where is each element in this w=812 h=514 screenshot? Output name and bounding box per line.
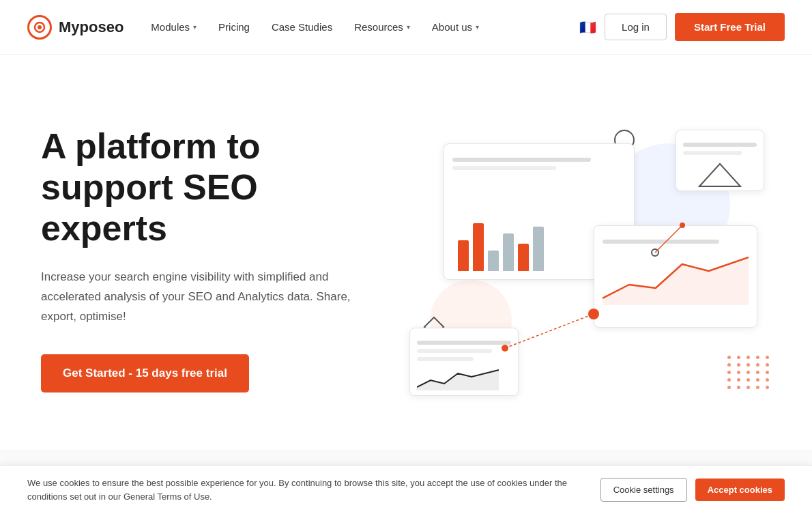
svg-point-1 <box>38 25 42 29</box>
bar-3 <box>488 251 499 271</box>
hero-subtitle: Increase your search engine visibility w… <box>41 268 368 327</box>
cookie-text: We use cookies to ensure the best possib… <box>27 476 573 503</box>
chevron-down-icon: ▾ <box>476 23 479 31</box>
nav-about[interactable]: About us ▾ <box>432 21 479 33</box>
svg-marker-2 <box>699 164 740 186</box>
start-trial-button[interactable]: Start Free Trial <box>675 13 785 41</box>
bar-5 <box>518 244 529 271</box>
small-card-2 <box>676 130 764 191</box>
nav-case-studies[interactable]: Case Studies <box>272 21 332 33</box>
cookie-banner: We use cookies to ensure the best possib… <box>0 465 812 514</box>
chevron-down-icon: ▾ <box>407 23 410 31</box>
nav-links: Modules ▾ Pricing Case Studies Resources… <box>151 21 479 33</box>
cookie-accept-button[interactable]: Accept cookies <box>695 479 785 501</box>
hero-illustration <box>389 116 771 403</box>
login-button[interactable]: Log in <box>605 14 667 40</box>
logo[interactable]: Myposeo <box>27 15 124 40</box>
bar-2 <box>473 223 484 271</box>
bar-4 <box>503 233 514 271</box>
bar-1 <box>458 240 469 271</box>
cookie-buttons: Cookie settings Accept cookies <box>600 478 785 502</box>
dots-grid-decoration <box>727 356 771 389</box>
chevron-down-icon: ▾ <box>193 23 197 31</box>
navbar-left: Myposeo Modules ▾ Pricing Case Studies R… <box>27 15 479 40</box>
hero-content: A platform to support SEO experts Increa… <box>41 126 389 392</box>
logo-icon <box>27 15 52 40</box>
cookie-settings-button[interactable]: Cookie settings <box>600 478 687 502</box>
nav-modules[interactable]: Modules ▾ <box>151 21 197 33</box>
hero-section: A platform to support SEO experts Increa… <box>0 55 812 451</box>
illustration-container <box>389 116 771 403</box>
small-card-1 <box>409 328 519 396</box>
hero-cta-button[interactable]: Get Started - 15 days free trial <box>41 354 249 392</box>
logo-text: Myposeo <box>59 18 124 36</box>
nav-pricing[interactable]: Pricing <box>218 21 250 33</box>
nav-resources[interactable]: Resources ▾ <box>354 21 410 33</box>
bar-6 <box>533 227 544 271</box>
navbar: Myposeo Modules ▾ Pricing Case Studies R… <box>0 0 812 55</box>
hero-title: A platform to support SEO experts <box>41 126 389 248</box>
language-flag-icon[interactable]: 🇫🇷 <box>579 19 596 35</box>
navbar-right: 🇫🇷 Log in Start Free Trial <box>579 13 785 41</box>
line-chart-card <box>594 225 757 328</box>
line-chart <box>603 251 749 312</box>
